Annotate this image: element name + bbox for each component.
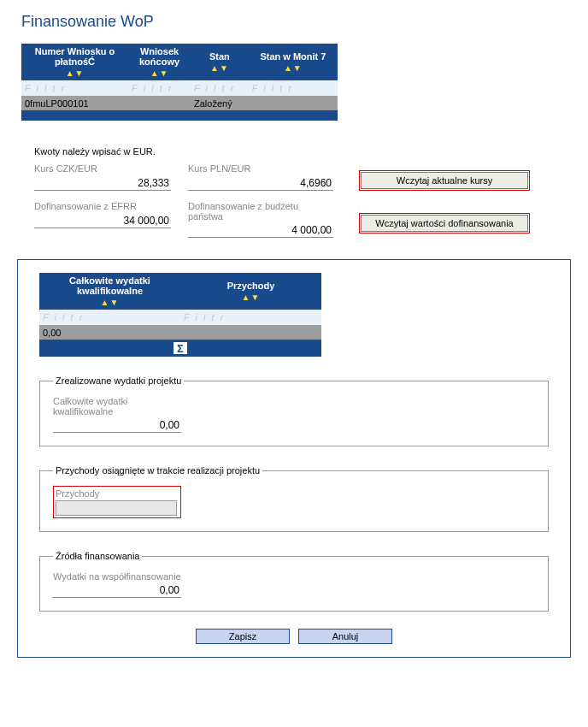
save-button[interactable]: Zapisz [196,629,290,644]
col-income[interactable]: Przychody ▲▼ [180,273,321,310]
financing-sources-legend: Źródła finansowania [53,551,142,561]
budget-value: 4 000,00 [188,223,333,238]
table-footer: Σ [39,340,321,357]
action-buttons: Zapisz Anuluj [39,629,549,644]
col-label: Wniosek końcowy [139,46,179,67]
currency-note: Kwoty należy wpisać w EUR. [34,146,579,157]
sort-icon[interactable]: ▲▼ [194,63,245,73]
rate-czk-value: 28,333 [34,176,171,191]
rate-czk-field: Kurs CZK/EUR 28,333 [34,163,171,191]
income-highlight: Przychody [53,486,181,518]
cancel-button[interactable]: Anuluj [298,629,392,644]
sort-icon[interactable]: ▲▼ [25,68,125,78]
sigma-icon[interactable]: Σ [173,341,188,355]
rate-czk-label: Kurs CZK/EUR [34,163,171,174]
table-row[interactable]: 0,00 [39,325,321,340]
filter-input[interactable]: F i l t r [249,80,338,96]
col-final-request[interactable]: Wniosek końcowy ▲▼ [128,44,191,80]
cell-final [128,96,191,110]
rate-pln-field: Kurs PLN/EUR 4,6960 [188,163,333,191]
payment-request-table: Numer Wniosku o płatnośĆ ▲▼ Wniosek końc… [21,44,338,121]
load-cofin-highlight: Wczytaj wartości dofinansowania [359,213,530,233]
income-legend: Przychody osiągnięte w trakcie realizacj… [53,465,262,476]
income-label: Przychody [56,488,179,499]
load-rates-button[interactable]: Wczytaj aktualne kursy [361,172,528,189]
budget-label: Dofinansowanie z budżetu państwa [188,201,333,222]
financing-sources-fieldset: Źródła finansowania Wydatki na współfina… [39,551,549,612]
total-qualified-label: Całkowite wydatki kwalifikowalne [53,396,181,417]
col-status[interactable]: Stan ▲▼ [191,44,249,80]
sort-icon[interactable]: ▲▼ [43,298,177,307]
income-input[interactable] [56,500,177,516]
cell-request-number: 0fmuLP000101 [21,96,128,110]
col-label: Całkowite wydatki kwalifikowalne [69,275,150,296]
total-qualified-value: 0,00 [53,418,181,433]
col-monit-status[interactable]: Stan w Monit 7 ▲▼ [249,44,338,80]
col-label: Stan [209,51,230,62]
sort-icon[interactable]: ▲▼ [252,63,334,73]
budget-field: Dofinansowanie z budżetu państwa 4 000,0… [188,201,333,238]
col-label: Stan w Monit 7 [260,51,326,62]
efrr-value: 34 000,00 [34,214,171,228]
rate-pln-value: 4,6960 [188,176,333,191]
filter-input[interactable]: F i l t r [191,80,249,96]
filter-input[interactable]: F i l t r [180,310,321,325]
cell-status: Založený [191,96,249,110]
col-total-expenses[interactable]: Całkowite wydatki kwalifikowalne ▲▼ [39,273,180,310]
table-row[interactable]: 0fmuLP000101 Založený [21,96,338,110]
sort-icon[interactable]: ▲▼ [184,293,318,302]
cell-income [180,325,321,340]
col-label: Numer Wniosku o płatnośĆ [35,46,115,67]
col-label: Przychody [227,281,275,291]
efrr-field: Dofinansowanie z EFRR 34 000,00 [34,201,171,238]
rates-section: Kurs CZK/EUR 28,333 Kurs PLN/EUR 4,6960 … [34,163,579,238]
income-fieldset: Przychody osiągnięte w trakcie realizacj… [39,465,549,532]
cofinancing-label: Wydatki na współfinansowanie [53,571,181,582]
col-request-number[interactable]: Numer Wniosku o płatnośĆ ▲▼ [21,44,128,80]
load-cofin-button[interactable]: Wczytaj wartości dofinansowania [361,215,528,232]
realized-expenses-fieldset: Zrealizowane wydatki projektu Całkowite … [39,375,549,446]
cell-monit [249,96,338,110]
realized-expenses-legend: Zrealizowane wydatki projektu [53,375,184,386]
rate-pln-label: Kurs PLN/EUR [188,163,333,174]
filter-input[interactable]: F i l t r [128,80,191,96]
main-panel: Całkowite wydatki kwalifikowalne ▲▼ Przy… [17,259,571,658]
page-title: Finansowanie WoP [21,13,579,31]
filter-input[interactable]: F i l t r [39,310,180,325]
cell-total: 0,00 [39,325,180,340]
cofinancing-value: 0,00 [53,583,181,598]
filter-input[interactable]: F i l t r [21,80,128,96]
efrr-label: Dofinansowanie z EFRR [34,201,171,212]
expenses-table: Całkowite wydatki kwalifikowalne ▲▼ Przy… [39,273,321,357]
load-rates-highlight: Wczytaj aktualne kursy [359,170,530,191]
table-footer [21,110,338,121]
sort-icon[interactable]: ▲▼ [132,68,187,78]
